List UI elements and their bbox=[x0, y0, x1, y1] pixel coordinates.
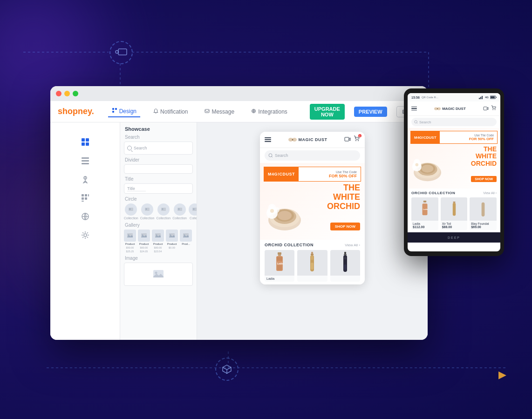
divider-showcase-item[interactable] bbox=[124, 164, 193, 174]
product-card-2[interactable] bbox=[330, 250, 360, 282]
sidebar-icon-drop[interactable] bbox=[79, 173, 92, 186]
circle-label-3: Collection bbox=[172, 216, 187, 220]
tablet-cart-icon[interactable] bbox=[491, 104, 497, 113]
tablet-promo-stripe: M4G!CDUST Use The Code FOR 50% OFF bbox=[410, 131, 498, 144]
svg-point-102 bbox=[437, 108, 438, 109]
traffic-green-btn[interactable] bbox=[73, 91, 78, 96]
circle-item-2[interactable]: Collection bbox=[157, 203, 171, 220]
circle-item-3[interactable]: Collection bbox=[172, 203, 187, 220]
product-info-2 bbox=[330, 276, 360, 278]
gallery-item-4[interactable]: Prod... bbox=[180, 230, 192, 253]
hamburger-menu[interactable] bbox=[265, 137, 271, 142]
product-card-0[interactable]: Ladia Ladia bbox=[265, 250, 294, 282]
tablet-product-price-1: $88.00 bbox=[442, 225, 466, 229]
svg-rect-17 bbox=[112, 111, 114, 113]
tablet-shop-now-button[interactable]: SHOP NOW bbox=[471, 176, 497, 182]
sidebar-icon-settings[interactable] bbox=[79, 229, 92, 242]
video-icon[interactable] bbox=[344, 135, 351, 144]
nav-tab-integrations[interactable]: Integrations bbox=[247, 107, 291, 117]
svg-rect-26 bbox=[82, 163, 89, 164]
nav-tab-message[interactable]: Message bbox=[201, 107, 238, 117]
image-showcase-item[interactable] bbox=[124, 263, 193, 286]
gallery-item-2[interactable]: Product $80.00 $23.54 bbox=[152, 230, 164, 253]
product-card-1[interactable] bbox=[297, 250, 327, 282]
tablet-search-bar[interactable]: Search bbox=[411, 118, 497, 126]
nav-tab-notification[interactable]: Notification bbox=[150, 107, 191, 117]
cart-icon-wrapper[interactable]: 1 bbox=[354, 135, 360, 144]
gallery-sale-2: $23.54 bbox=[154, 250, 162, 253]
design-icon bbox=[112, 108, 117, 115]
svg-point-118 bbox=[415, 163, 418, 166]
circle-item-0[interactable]: Collection bbox=[124, 203, 138, 220]
gallery-img-1 bbox=[138, 230, 150, 242]
circle-showcase-row: Collection Collection Collection bbox=[124, 203, 193, 220]
shopney-logo: shopney. bbox=[58, 107, 94, 116]
box-icon bbox=[215, 358, 239, 381]
svg-point-63 bbox=[358, 140, 359, 141]
traffic-yellow-btn[interactable] bbox=[64, 91, 70, 96]
circle-section-label: Circle bbox=[124, 196, 193, 202]
tablet-app-header: MAGIC DUST bbox=[408, 101, 500, 116]
phone-brand-name: MAGIC DUST bbox=[299, 137, 327, 142]
sidebar-icon-globe[interactable] bbox=[79, 210, 92, 223]
sidebar-icon-list[interactable] bbox=[79, 154, 92, 167]
gallery-product-name-2: Product bbox=[153, 243, 163, 245]
tablet-product-img-2 bbox=[470, 197, 497, 221]
sidebar-icon-grid[interactable] bbox=[79, 191, 92, 204]
product-grid: Ladia Ladia bbox=[265, 250, 360, 282]
gallery-item-3[interactable]: Product $0.00 bbox=[166, 230, 178, 253]
gallery-img-0 bbox=[124, 230, 136, 242]
traffic-red-btn[interactable] bbox=[56, 91, 61, 96]
phone-logo-area: MAGIC DUST bbox=[288, 136, 327, 143]
main-content-area: Showcase Search Search Divider Title Tit… bbox=[50, 122, 428, 340]
browser-titlebar bbox=[50, 86, 428, 101]
showcase-panel-title: Showcase bbox=[124, 126, 193, 132]
svg-rect-23 bbox=[86, 142, 89, 146]
tablet-search-placeholder: Search bbox=[419, 120, 431, 124]
gallery-item-0[interactable]: Product $50.00 $25.25 bbox=[124, 230, 136, 253]
phone-header-right-icons: 1 bbox=[344, 135, 360, 144]
svg-rect-124 bbox=[482, 203, 485, 216]
svg-rect-92 bbox=[344, 257, 347, 259]
phone-app-header: MAGIC DUST 1 bbox=[260, 132, 365, 148]
tablet-mockup: 15:56 QR Code R... 4G bbox=[404, 88, 504, 256]
svg-point-112 bbox=[422, 165, 433, 173]
product-name-0: Ladia bbox=[266, 277, 293, 280]
svg-rect-24 bbox=[82, 157, 89, 159]
tablet-product-card-1[interactable]: Xir Toil $88.00 bbox=[441, 197, 468, 230]
arrow-right-icon: ▶ bbox=[498, 369, 506, 381]
tablet-video-icon[interactable] bbox=[483, 104, 489, 113]
nav-tab-design[interactable]: Design bbox=[108, 106, 140, 117]
search-section-label: Search bbox=[124, 135, 193, 140]
svg-rect-87 bbox=[311, 256, 314, 260]
divider-section-label: Divider bbox=[124, 157, 193, 162]
tablet-product-card-2[interactable]: Blay Foundat $69.00 bbox=[470, 197, 497, 230]
title-showcase-item[interactable]: Title bbox=[124, 183, 193, 194]
svg-rect-123 bbox=[452, 203, 455, 216]
tablet-brand-logo-icon bbox=[434, 106, 441, 111]
tablet-view-all-link[interactable]: View All › bbox=[483, 191, 497, 195]
plugin-node-icon bbox=[109, 41, 133, 64]
gallery-section-label: Gallery bbox=[124, 223, 193, 228]
sidebar-icon-layers[interactable] bbox=[79, 135, 92, 149]
tablet-product-img-1 bbox=[441, 197, 468, 221]
preview-button[interactable]: PREVIEW bbox=[354, 107, 387, 117]
phone-search-bar[interactable]: Search bbox=[265, 150, 360, 161]
promo-stripe: M4G!CDUST Use The Code FOR 50% OFF bbox=[264, 167, 361, 182]
circle-item-4[interactable]: Colle... bbox=[189, 203, 197, 220]
shop-now-button[interactable]: SHOP NOW bbox=[330, 223, 360, 230]
search-showcase-item[interactable]: Search bbox=[124, 142, 193, 155]
svg-rect-44 bbox=[192, 208, 197, 211]
svg-line-107 bbox=[417, 123, 418, 124]
svg-point-41 bbox=[162, 209, 163, 210]
tablet-product-card-0[interactable]: Ladia Ladia $112.00 bbox=[411, 197, 438, 230]
view-all-link[interactable]: View All › bbox=[345, 243, 360, 247]
circle-item-1[interactable]: Collection bbox=[140, 203, 155, 220]
tablet-hamburger-menu[interactable] bbox=[411, 107, 417, 111]
upgrade-now-button[interactable]: UPGRADE NOW bbox=[310, 104, 345, 120]
app-preview-area: MAGIC DUST 1 bbox=[197, 122, 428, 340]
svg-rect-84 bbox=[311, 252, 313, 254]
svg-rect-38 bbox=[145, 208, 150, 211]
svg-text:Ladia: Ladia bbox=[423, 208, 428, 210]
gallery-item-1[interactable]: Product $60.00 $24.05 bbox=[138, 230, 150, 253]
